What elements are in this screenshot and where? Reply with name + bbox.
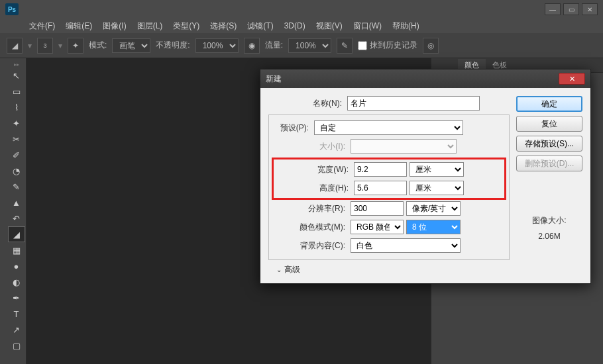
flow-select[interactable]: 100% [288,38,331,53]
lasso-tool[interactable]: ⌇ [8,99,25,115]
type-tool[interactable]: T [8,306,25,322]
toolbar-grip[interactable]: ▸▸ [7,61,26,68]
width-input[interactable] [354,162,407,177]
maximize-button[interactable]: ▭ [563,3,579,15]
path-tool[interactable]: ↗ [8,322,25,338]
dialog-title: 新建 [266,73,282,85]
app-logo: Ps [5,3,19,15]
background-select[interactable]: 白色 [351,238,461,253]
options-bar: ◢ ▾ 3 ▾ ✦ 模式: 画笔 不透明度: 100% ◉ 流量: 100% ✎… [0,33,603,58]
height-unit-select[interactable]: 厘米 [410,181,464,195]
erase-history-checkbox[interactable] [358,41,367,50]
save-preset-button[interactable]: 存储预设(S)... [516,136,582,152]
color-mode-select[interactable]: RGB 颜色 [351,220,404,234]
menu-image[interactable]: 图像(I) [99,19,130,33]
size-select [351,139,457,154]
opacity-label: 不透明度: [156,40,190,51]
flow-label: 流量: [265,40,283,51]
menu-3d[interactable]: 3D(D) [280,20,309,32]
toolbar: ▸▸ ↖ ▭ ⌇ ✦ ✂ ✐ ◔ ✎ ▲ ↶ ◢ ▦ ● ◐ ✒ T ↗ ▢ [7,58,27,364]
tool-strip-left [0,58,7,364]
eraser-tool[interactable]: ◢ [8,226,25,242]
preset-label: 预设(P): [272,122,311,134]
chevron-down-icon: ⌄ [276,266,282,273]
window-controls: — ▭ ✕ [545,3,598,15]
stamp-tool[interactable]: ▲ [8,195,25,210]
shape-tool[interactable]: ▢ [8,338,25,353]
pressure-size-icon[interactable]: ◎ [423,38,439,54]
color-mode-label: 颜色模式(M): [272,222,348,233]
heal-tool[interactable]: ◔ [8,163,25,179]
ok-button[interactable]: 确定 [516,96,582,112]
menu-layer[interactable]: 图层(L) [133,19,167,33]
pen-tool[interactable]: ✒ [8,290,25,306]
background-label: 背景内容(C): [272,240,348,251]
erase-history-option[interactable]: 抹到历史记录 [358,40,417,51]
erase-history-label: 抹到历史记录 [370,40,417,51]
dodge-tool[interactable]: ◐ [8,274,25,290]
dialog-body: 名称(N): 预设(P): 自定 大小(I): 宽度(W): 厘米 [260,88,590,283]
mode-select[interactable]: 画笔 [112,38,150,53]
cancel-button[interactable]: 复位 [516,116,582,132]
delete-preset-button: 删除预设(D)... [516,156,582,171]
new-document-dialog: 新建 ✕ 名称(N): 预设(P): 自定 大小(I): 宽度(W): [260,69,591,284]
brush-preset-icon[interactable]: 3 [37,38,53,54]
wand-tool[interactable]: ✦ [8,115,25,131]
history-brush-tool[interactable]: ↶ [8,210,25,226]
menu-help[interactable]: 帮助(H) [388,19,423,33]
size-label: 大小(I): [272,141,348,152]
eyedropper-tool[interactable]: ✐ [8,147,25,163]
menu-view[interactable]: 视图(V) [312,19,347,33]
opacity-select[interactable]: 100% [195,38,239,53]
dimensions-highlight: 宽度(W): 厘米 高度(H): 厘米 [272,158,506,200]
move-tool[interactable]: ↖ [8,68,25,83]
name-input[interactable] [347,96,480,111]
menu-window[interactable]: 窗口(W) [349,19,386,33]
gradient-tool[interactable]: ▦ [8,242,25,258]
title-bar: Ps — ▭ ✕ [0,0,603,19]
advanced-toggle[interactable]: ⌄ 高级 [268,264,510,275]
dialog-title-bar[interactable]: 新建 ✕ [260,69,590,88]
preset-select[interactable]: 自定 [314,120,463,135]
advanced-label: 高级 [284,264,300,275]
height-label: 高度(H): [275,183,351,194]
brush-tool[interactable]: ✎ [8,179,25,195]
minimize-button[interactable]: — [545,3,561,15]
dialog-form: 名称(N): 预设(P): 自定 大小(I): 宽度(W): 厘米 [268,96,510,275]
dialog-buttons: 确定 复位 存储预设(S)... 删除预设(D)... 图像大小: 2.06M [516,96,582,275]
menu-file[interactable]: 文件(F) [25,19,59,33]
width-label: 宽度(W): [275,164,351,175]
menu-edit[interactable]: 编辑(E) [62,19,96,33]
resolution-unit-select[interactable]: 像素/英寸 [406,201,461,216]
resolution-input[interactable] [351,201,404,216]
image-size-info: 图像大小: 2.06M [516,215,582,241]
image-size-value: 2.06M [516,232,582,241]
crop-tool[interactable]: ✂ [8,131,25,147]
close-button[interactable]: ✕ [582,3,598,15]
dialog-close-button[interactable]: ✕ [559,73,585,85]
blur-tool[interactable]: ● [8,258,25,274]
airbrush-icon[interactable]: ✎ [337,38,353,54]
name-label: 名称(N): [268,98,345,109]
eraser-tool-icon[interactable]: ◢ [7,38,23,54]
height-input[interactable] [354,181,407,195]
menu-filter[interactable]: 滤镜(T) [243,19,277,33]
menu-bar: 文件(F) 编辑(E) 图像(I) 图层(L) 类型(Y) 选择(S) 滤镜(T… [0,19,603,33]
mode-label: 模式: [89,40,107,51]
pressure-opacity-icon[interactable]: ◉ [244,38,260,54]
menu-type[interactable]: 类型(Y) [169,19,203,33]
menu-select[interactable]: 选择(S) [206,19,241,33]
image-size-label: 图像大小: [516,215,582,226]
resolution-label: 分辨率(R): [272,203,348,214]
bit-depth-select[interactable]: 8 位 [406,220,461,234]
marquee-tool[interactable]: ▭ [8,83,25,99]
width-unit-select[interactable]: 厘米 [410,162,464,177]
brush-panel-icon[interactable]: ✦ [68,38,83,54]
